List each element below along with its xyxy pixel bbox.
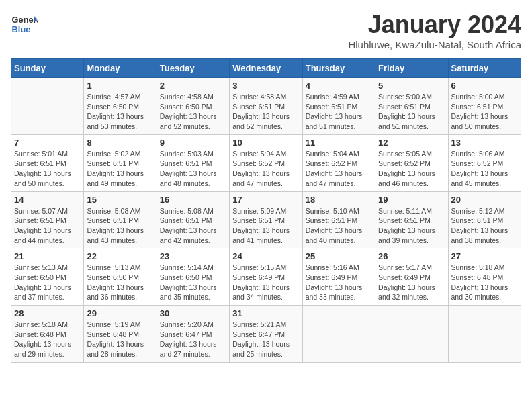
day-number: 1	[87, 81, 153, 91]
cell-content: Sunrise: 5:01 AM Sunset: 6:51 PM Dayligh…	[14, 149, 81, 189]
day-number: 28	[14, 308, 81, 318]
calendar-cell: 9Sunrise: 5:03 AM Sunset: 6:51 PM Daylig…	[157, 134, 229, 191]
calendar-cell: 29Sunrise: 5:19 AM Sunset: 6:48 PM Dayli…	[84, 306, 157, 363]
cell-content: Sunrise: 5:18 AM Sunset: 6:48 PM Dayligh…	[14, 320, 81, 359]
calendar-cell	[375, 306, 448, 363]
calendar-cell: 15Sunrise: 5:08 AM Sunset: 6:51 PM Dayli…	[84, 191, 157, 248]
cell-content: Sunrise: 5:16 AM Sunset: 6:49 PM Dayligh…	[306, 263, 372, 302]
calendar-cell: 16Sunrise: 5:08 AM Sunset: 6:51 PM Dayli…	[157, 191, 229, 248]
day-number: 9	[160, 138, 226, 148]
logo: General Blue	[11, 11, 40, 38]
day-number: 25	[306, 251, 372, 261]
cell-content: Sunrise: 5:17 AM Sunset: 6:49 PM Dayligh…	[378, 263, 445, 302]
cell-content: Sunrise: 5:21 AM Sunset: 6:47 PM Dayligh…	[232, 320, 299, 359]
cell-content: Sunrise: 5:06 AM Sunset: 6:52 PM Dayligh…	[451, 149, 518, 189]
cell-content: Sunrise: 5:07 AM Sunset: 6:51 PM Dayligh…	[14, 206, 81, 246]
calendar-cell	[11, 78, 84, 135]
cell-content: Sunrise: 5:05 AM Sunset: 6:52 PM Dayligh…	[378, 149, 445, 189]
week-row-3: 14Sunrise: 5:07 AM Sunset: 6:51 PM Dayli…	[11, 191, 521, 248]
day-number: 2	[160, 81, 226, 91]
day-number: 13	[451, 138, 518, 148]
calendar-cell: 18Sunrise: 5:10 AM Sunset: 6:51 PM Dayli…	[302, 191, 375, 248]
day-number: 7	[14, 138, 81, 148]
day-number: 26	[378, 251, 445, 261]
cell-content: Sunrise: 5:13 AM Sunset: 6:50 PM Dayligh…	[87, 263, 153, 302]
day-number: 12	[378, 138, 445, 148]
calendar-cell: 2Sunrise: 4:58 AM Sunset: 6:50 PM Daylig…	[157, 78, 229, 135]
day-number: 27	[451, 251, 518, 261]
day-number: 29	[87, 308, 153, 318]
day-number: 24	[232, 251, 299, 261]
calendar-header: SundayMondayTuesdayWednesdayThursdayFrid…	[11, 59, 521, 78]
day-number: 22	[87, 251, 153, 261]
calendar-cell: 11Sunrise: 5:04 AM Sunset: 6:52 PM Dayli…	[302, 134, 375, 191]
calendar-cell: 21Sunrise: 5:13 AM Sunset: 6:50 PM Dayli…	[11, 248, 84, 306]
week-row-5: 28Sunrise: 5:18 AM Sunset: 6:48 PM Dayli…	[11, 306, 521, 363]
day-number: 16	[160, 195, 226, 205]
calendar-cell	[302, 306, 375, 363]
cell-content: Sunrise: 4:57 AM Sunset: 6:50 PM Dayligh…	[87, 92, 153, 132]
day-number: 17	[232, 195, 299, 205]
calendar-cell: 20Sunrise: 5:12 AM Sunset: 6:51 PM Dayli…	[448, 191, 521, 248]
cell-content: Sunrise: 5:13 AM Sunset: 6:50 PM Dayligh…	[14, 263, 81, 302]
day-number: 19	[378, 195, 445, 205]
week-row-2: 7Sunrise: 5:01 AM Sunset: 6:51 PM Daylig…	[11, 134, 521, 191]
calendar-cell: 24Sunrise: 5:15 AM Sunset: 6:49 PM Dayli…	[230, 248, 302, 306]
day-number: 30	[160, 308, 226, 318]
column-header-saturday: Saturday	[448, 59, 521, 78]
calendar-cell: 3Sunrise: 4:58 AM Sunset: 6:51 PM Daylig…	[230, 78, 302, 135]
calendar-body: 1Sunrise: 4:57 AM Sunset: 6:50 PM Daylig…	[11, 78, 521, 363]
svg-text:General: General	[12, 15, 38, 25]
column-header-monday: Monday	[84, 59, 157, 78]
cell-content: Sunrise: 5:08 AM Sunset: 6:51 PM Dayligh…	[160, 206, 226, 246]
calendar-cell: 30Sunrise: 5:20 AM Sunset: 6:47 PM Dayli…	[157, 306, 229, 363]
cell-content: Sunrise: 5:02 AM Sunset: 6:51 PM Dayligh…	[87, 149, 153, 189]
day-number: 4	[306, 81, 372, 91]
cell-content: Sunrise: 5:08 AM Sunset: 6:51 PM Dayligh…	[87, 206, 153, 246]
day-number: 21	[14, 251, 81, 261]
location-subtitle: Hluhluwe, KwaZulu-Natal, South Africa	[348, 39, 521, 50]
week-row-4: 21Sunrise: 5:13 AM Sunset: 6:50 PM Dayli…	[11, 248, 521, 306]
cell-content: Sunrise: 5:18 AM Sunset: 6:48 PM Dayligh…	[451, 263, 518, 302]
calendar-cell: 10Sunrise: 5:04 AM Sunset: 6:52 PM Dayli…	[230, 134, 302, 191]
calendar-cell: 19Sunrise: 5:11 AM Sunset: 6:51 PM Dayli…	[375, 191, 448, 248]
title-block: January 2024 Hluhluwe, KwaZulu-Natal, So…	[348, 11, 521, 50]
calendar-cell: 27Sunrise: 5:18 AM Sunset: 6:48 PM Dayli…	[448, 248, 521, 306]
day-number: 6	[451, 81, 518, 91]
day-number: 5	[378, 81, 445, 91]
calendar-cell: 8Sunrise: 5:02 AM Sunset: 6:51 PM Daylig…	[84, 134, 157, 191]
cell-content: Sunrise: 5:20 AM Sunset: 6:47 PM Dayligh…	[160, 320, 226, 359]
header-row: SundayMondayTuesdayWednesdayThursdayFrid…	[11, 59, 521, 78]
column-header-wednesday: Wednesday	[230, 59, 302, 78]
cell-content: Sunrise: 4:59 AM Sunset: 6:51 PM Dayligh…	[306, 92, 372, 132]
column-header-thursday: Thursday	[302, 59, 375, 78]
cell-content: Sunrise: 5:09 AM Sunset: 6:51 PM Dayligh…	[232, 206, 299, 246]
day-number: 11	[306, 138, 372, 148]
cell-content: Sunrise: 5:04 AM Sunset: 6:52 PM Dayligh…	[232, 149, 299, 189]
calendar-cell: 5Sunrise: 5:00 AM Sunset: 6:51 PM Daylig…	[375, 78, 448, 135]
day-number: 31	[232, 308, 299, 318]
calendar-cell: 14Sunrise: 5:07 AM Sunset: 6:51 PM Dayli…	[11, 191, 84, 248]
day-number: 8	[87, 138, 153, 148]
day-number: 18	[306, 195, 372, 205]
cell-content: Sunrise: 5:15 AM Sunset: 6:49 PM Dayligh…	[232, 263, 299, 302]
calendar-cell: 7Sunrise: 5:01 AM Sunset: 6:51 PM Daylig…	[11, 134, 84, 191]
logo-icon: General Blue	[11, 11, 38, 38]
calendar-cell	[448, 306, 521, 363]
cell-content: Sunrise: 5:19 AM Sunset: 6:48 PM Dayligh…	[87, 320, 153, 359]
day-number: 15	[87, 195, 153, 205]
column-header-tuesday: Tuesday	[157, 59, 229, 78]
cell-content: Sunrise: 5:11 AM Sunset: 6:51 PM Dayligh…	[378, 206, 445, 246]
cell-content: Sunrise: 4:58 AM Sunset: 6:50 PM Dayligh…	[160, 92, 226, 132]
calendar-cell: 13Sunrise: 5:06 AM Sunset: 6:52 PM Dayli…	[448, 134, 521, 191]
calendar-cell: 22Sunrise: 5:13 AM Sunset: 6:50 PM Dayli…	[84, 248, 157, 306]
month-title: January 2024	[348, 11, 521, 39]
cell-content: Sunrise: 5:14 AM Sunset: 6:50 PM Dayligh…	[160, 263, 226, 302]
column-header-friday: Friday	[375, 59, 448, 78]
page-header: General Blue January 2024 Hluhluwe, KwaZ…	[11, 11, 521, 50]
calendar-cell: 12Sunrise: 5:05 AM Sunset: 6:52 PM Dayli…	[375, 134, 448, 191]
calendar-table: SundayMondayTuesdayWednesdayThursdayFrid…	[11, 58, 521, 363]
calendar-cell: 1Sunrise: 4:57 AM Sunset: 6:50 PM Daylig…	[84, 78, 157, 135]
cell-content: Sunrise: 5:04 AM Sunset: 6:52 PM Dayligh…	[306, 149, 372, 189]
day-number: 3	[232, 81, 299, 91]
